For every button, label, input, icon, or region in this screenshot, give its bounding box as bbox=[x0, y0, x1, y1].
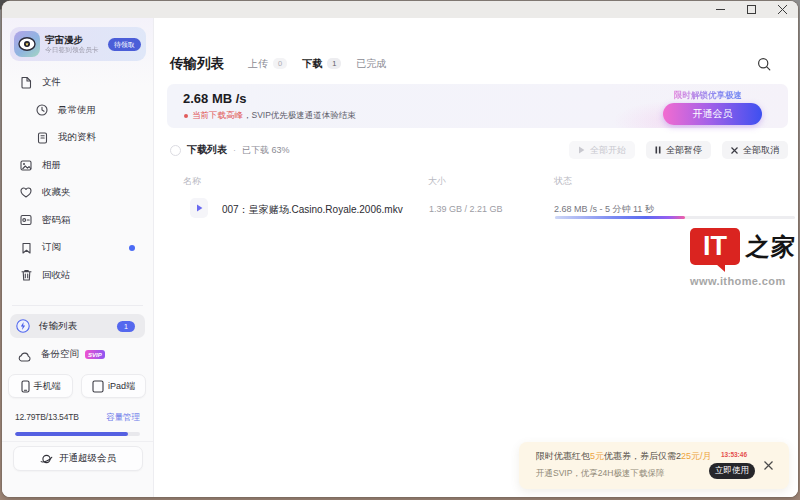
use-now-button[interactable]: 立即使用 bbox=[709, 463, 755, 479]
main-content: 传输列表 上传 0 下载 1 已完成 bbox=[154, 18, 798, 497]
select-all-checkbox[interactable] bbox=[170, 145, 181, 156]
tab-download-badge: 1 bbox=[327, 58, 341, 69]
start-all-button[interactable]: 全部开始 bbox=[569, 141, 635, 159]
tab-completed[interactable]: 已完成 bbox=[356, 57, 386, 71]
main-header: 传输列表 上传 0 下载 1 已完成 bbox=[170, 55, 771, 72]
svip-badge: SVIP bbox=[85, 350, 105, 359]
promo-text: 限时解锁优享极速 bbox=[674, 90, 742, 102]
titlebar bbox=[2, 1, 798, 18]
promo-toast: 限时优惠红包5元优惠券，券后仅需225元/月 开通SVIP，优享24H极速下载保… bbox=[519, 442, 789, 489]
heart-icon bbox=[20, 187, 32, 199]
sidebar-item-recent[interactable]: 最常使用 bbox=[2, 97, 153, 125]
minimize-button[interactable] bbox=[705, 1, 736, 18]
ipad-app-button[interactable]: iPad端 bbox=[81, 374, 146, 398]
file-progress-fill bbox=[555, 216, 685, 219]
sidebar-item-files[interactable]: 文件 bbox=[2, 69, 153, 97]
lightning-icon bbox=[16, 319, 30, 333]
play-icon bbox=[578, 146, 585, 154]
claim-badge[interactable]: 待领取 bbox=[108, 38, 141, 51]
avatar bbox=[14, 31, 40, 57]
sidebar-item-albums[interactable]: 相册 bbox=[2, 152, 153, 180]
sidebar-item-label: 传输列表 bbox=[39, 320, 77, 333]
close-icon bbox=[731, 147, 738, 154]
sidebar-item-label: 收藏夹 bbox=[42, 186, 71, 199]
sidebar-item-backup-space[interactable]: 备份空间 SVIP bbox=[2, 341, 153, 368]
notebook-icon bbox=[36, 132, 48, 144]
search-icon[interactable] bbox=[757, 57, 771, 71]
trash-icon bbox=[20, 269, 32, 281]
sidebar-item-label: 密码箱 bbox=[42, 214, 71, 227]
storage-progress-bar bbox=[15, 432, 140, 436]
sidebar-item-my-docs[interactable]: 我的资料 bbox=[2, 124, 153, 152]
list-controls: 下载列表 · 已下载 63% 全部开始 全部暂停 bbox=[170, 141, 788, 159]
column-header-name: 名称 bbox=[183, 175, 201, 188]
sidebar-item-label: 我的资料 bbox=[58, 131, 96, 144]
speed-banner: 2.68 MB /s 当前下载高峰 ，SVIP优先极速通道体验结束 限时解锁优享… bbox=[167, 84, 788, 128]
ithome-logo-text: 之家 bbox=[745, 228, 798, 265]
tab-upload-badge: 0 bbox=[273, 58, 287, 69]
tabs: 上传 0 下载 1 已完成 bbox=[248, 57, 386, 71]
sidebar-item-label: 回收站 bbox=[42, 269, 71, 282]
upgrade-membership-button[interactable]: 开通超级会员 bbox=[13, 446, 143, 471]
file-icon bbox=[20, 77, 32, 89]
mobile-app-button[interactable]: 手机端 bbox=[8, 374, 73, 398]
tablet-icon bbox=[92, 380, 104, 393]
sidebar-divider bbox=[12, 305, 143, 306]
pause-icon bbox=[655, 146, 661, 154]
cloud-icon bbox=[18, 348, 31, 361]
sidebar-item-subscriptions[interactable]: 订阅 bbox=[2, 234, 153, 262]
storage-usage: 12.79TB/13.54TB bbox=[15, 412, 79, 422]
tab-upload[interactable]: 上传 0 bbox=[248, 57, 287, 71]
pause-all-button[interactable]: 全部暂停 bbox=[646, 141, 711, 159]
planet-icon bbox=[40, 453, 53, 465]
column-header-status: 状态 bbox=[554, 175, 572, 188]
sidebar-item-label: 订阅 bbox=[42, 241, 61, 254]
file-status: 2.68 MB /s - 5 分钟 11 秒 bbox=[554, 203, 654, 216]
list-actions: 全部开始 全部暂停 全部取消 bbox=[569, 141, 788, 159]
group-label: 下载列表 bbox=[187, 143, 227, 157]
watermark-url: www.ithome.com bbox=[690, 275, 798, 287]
file-play-button[interactable] bbox=[190, 198, 208, 218]
page-title: 传输列表 bbox=[170, 55, 224, 73]
close-button[interactable] bbox=[767, 1, 798, 18]
open-membership-button[interactable]: 开通会员 bbox=[663, 103, 762, 125]
sidebar-item-label: 备份空间 bbox=[41, 348, 79, 361]
storage-progress-fill bbox=[15, 432, 128, 436]
sidebar: 宇宙漫步 今日签到领会员卡 待领取 文件 最常使用 bbox=[2, 18, 154, 497]
toast-close-icon[interactable] bbox=[764, 461, 773, 470]
table-row[interactable]: 007：皇家赌场.Casino.Royale.2006.mkv 1.39 GB … bbox=[154, 196, 798, 224]
toast-offer-line: 限时优惠红包5元优惠券，券后仅需225元/月 bbox=[536, 450, 712, 463]
cancel-all-button[interactable]: 全部取消 bbox=[722, 141, 788, 159]
device-button-label: iPad端 bbox=[108, 380, 135, 393]
storage-manage-link[interactable]: 容量管理 bbox=[106, 412, 140, 424]
column-header-size: 大小 bbox=[428, 175, 446, 188]
sidebar-item-transfer-list[interactable]: 传输列表 1 bbox=[10, 314, 145, 338]
transfer-count-badge: 1 bbox=[117, 321, 135, 332]
device-buttons: 手机端 iPad端 bbox=[8, 374, 146, 398]
sidebar-item-label: 文件 bbox=[42, 76, 61, 89]
peak-alert: 当前下载高峰 ，SVIP优先极速通道体验结束 bbox=[184, 110, 356, 122]
sidebar-nav: 文件 最常使用 我的资料 bbox=[2, 69, 153, 289]
alert-dot-icon bbox=[184, 114, 188, 118]
device-button-label: 手机端 bbox=[34, 380, 61, 393]
profile-card[interactable]: 宇宙漫步 今日签到领会员卡 待领取 bbox=[10, 27, 146, 61]
watermark: IT 之家 www.ithome.com bbox=[690, 228, 798, 287]
file-size: 1.39 GB / 2.21 GB bbox=[429, 204, 503, 214]
profile-name: 宇宙漫步 bbox=[45, 34, 101, 45]
file-progress-bar bbox=[555, 216, 795, 219]
window-controls bbox=[705, 1, 798, 18]
photo-icon bbox=[20, 159, 32, 171]
upgrade-button-label: 开通超级会员 bbox=[59, 452, 116, 465]
download-speed: 2.68 MB /s bbox=[183, 91, 247, 106]
file-name: 007：皇家赌场.Casino.Royale.2006.mkv bbox=[222, 203, 403, 217]
sidebar-item-password-box[interactable]: 密码箱 bbox=[2, 207, 153, 235]
sidebar-item-favorites[interactable]: 收藏夹 bbox=[2, 179, 153, 207]
tab-download[interactable]: 下载 1 bbox=[302, 57, 341, 71]
app-window: 宇宙漫步 今日签到领会员卡 待领取 文件 最常使用 bbox=[2, 1, 798, 497]
downloaded-percent: 已下载 63% bbox=[242, 144, 290, 157]
maximize-button[interactable] bbox=[736, 1, 767, 18]
sidebar-footer-divider bbox=[2, 441, 153, 442]
toast-benefit-line: 开通SVIP，优享24H极速下载保障 bbox=[536, 468, 664, 480]
sidebar-item-label: 相册 bbox=[42, 159, 61, 172]
sidebar-item-recycle-bin[interactable]: 回收站 bbox=[2, 262, 153, 290]
